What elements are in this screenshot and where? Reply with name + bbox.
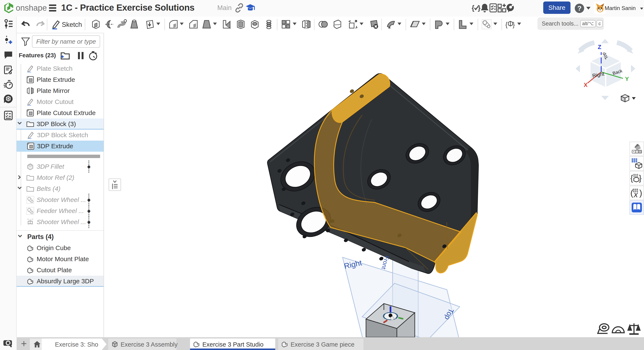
feature-row-folder[interactable]: Motor Ref (2) <box>16 172 104 183</box>
user-name[interactable]: Martin Sanin <box>604 5 636 12</box>
flange-icon[interactable] <box>458 19 468 30</box>
feature-row[interactable]: Shooter Wheel ... ┊●┊ <box>16 194 104 205</box>
rollback-clock-icon[interactable] <box>88 51 98 60</box>
belt-caret-icon[interactable] <box>494 22 497 25</box>
hole-icon[interactable] <box>250 19 260 30</box>
scale-icon[interactable] <box>628 323 640 334</box>
thicken-icon[interactable] <box>144 19 155 30</box>
extrude-icon[interactable] <box>91 19 101 30</box>
transform-caret-icon[interactable] <box>360 22 364 25</box>
add-folder-icon[interactable] <box>60 51 70 60</box>
loft-icon[interactable] <box>129 19 139 30</box>
feature-row[interactable]: 3DP Fillet ┊●┊ <box>16 161 104 172</box>
sheet-metal-caret-icon[interactable] <box>446 22 450 25</box>
named-views-button[interactable]: {} <box>630 171 644 185</box>
user-menu-caret-icon[interactable] <box>640 8 643 10</box>
modify-fillet-caret-icon[interactable] <box>398 22 401 25</box>
boolean-icon[interactable] <box>318 19 328 30</box>
undo-icon[interactable] <box>21 19 31 30</box>
sketch-button-label[interactable]: Sketch <box>62 21 82 28</box>
config-table-button[interactable] <box>630 156 644 171</box>
view-mode-button[interactable] <box>621 94 636 102</box>
sheet-metal-icon[interactable] <box>434 19 444 30</box>
rib-icon[interactable] <box>222 19 232 30</box>
add-tab-button[interactable]: + <box>19 338 29 349</box>
performance-icon[interactable] <box>4 80 13 89</box>
kebab-menu-icon[interactable]: ┊●┊ <box>87 162 90 171</box>
feature-row-folder[interactable]: Belts (4) <box>16 183 104 194</box>
help-resources-icon[interactable] <box>4 94 13 104</box>
tape-measure-icon[interactable] <box>598 324 609 334</box>
chevron-down-icon[interactable] <box>18 233 22 237</box>
document-notes-icon[interactable] <box>4 65 13 74</box>
feature-list-popout-button[interactable] <box>109 178 121 191</box>
pattern-caret-icon[interactable] <box>293 22 296 25</box>
kebab-menu-icon[interactable]: ┊●┊ <box>87 196 90 204</box>
feature-row[interactable]: Shooter Wheel ... ┊●┊ <box>16 216 104 228</box>
view-cube[interactable]: Z Y X Right Back Top <box>576 39 635 100</box>
pattern-grid-icon[interactable] <box>281 19 291 30</box>
feature-row[interactable]: Plate Extrude <box>16 74 104 85</box>
thicken-caret-icon[interactable] <box>156 22 160 25</box>
kebab-menu-icon[interactable]: ┊●┊ <box>87 218 90 226</box>
kebab-menu-icon[interactable]: ┊●┊ <box>87 207 90 215</box>
draft-caret-icon[interactable] <box>213 22 217 25</box>
versions-icon[interactable] <box>4 19 13 28</box>
redo-icon[interactable] <box>35 19 45 30</box>
split-icon[interactable] <box>332 19 342 30</box>
revolve-icon[interactable] <box>104 19 114 30</box>
tab-exercise-3-sho[interactable]: Exercise 3: Sho <box>42 338 106 350</box>
part-row-highlighted[interactable]: Absurdly Large 3DP <box>16 276 104 287</box>
feature-row[interactable]: Plate Sketch <box>16 63 104 74</box>
fillet-caret-icon[interactable] <box>180 22 184 25</box>
tab-search-icon[interactable] <box>3 339 13 348</box>
comments-icon[interactable] <box>4 50 13 60</box>
search-tools[interactable]: Search tools... alt/⌥ c <box>538 18 604 30</box>
chamfer-icon[interactable] <box>188 19 198 30</box>
tab-exercise-3-game-piece[interactable]: Exercise 3 Game piece <box>278 338 364 350</box>
feature-row-selected[interactable]: 3DP Extrude <box>16 140 104 152</box>
brand-wordmark[interactable]: onshape <box>16 4 47 12</box>
ai-assistant-icon[interactable] <box>505 3 515 13</box>
custom-feature-icon[interactable]: {} <box>505 19 516 30</box>
flange-caret-icon[interactable] <box>470 22 473 25</box>
custom-feature-caret-icon[interactable] <box>517 22 521 25</box>
document-title[interactable]: 1C - Practice Exercise Solutions <box>61 2 194 13</box>
shell-icon[interactable] <box>236 19 246 30</box>
checklist-icon[interactable] <box>4 111 13 120</box>
part-row[interactable]: Motor Mount Plate <box>16 254 104 264</box>
feature-row[interactable]: Motor Cutout <box>16 96 104 107</box>
tab-exercise-3-assembly[interactable]: Exercise 3 Assembly <box>108 338 176 350</box>
help-caret-icon[interactable] <box>586 7 590 10</box>
parts-section-header[interactable]: Parts (4) <box>16 231 104 242</box>
part-row[interactable]: Origin Cube <box>16 242 104 254</box>
help-button[interactable]: ? <box>575 4 584 13</box>
link-icon[interactable] <box>234 3 244 13</box>
part-row[interactable]: Cutout Plate <box>16 264 104 276</box>
menu-icon[interactable] <box>49 4 56 12</box>
filter-icon[interactable] <box>21 38 30 46</box>
onshape-logo[interactable] <box>4 2 14 14</box>
rollback-bar[interactable] <box>27 155 100 158</box>
belt-icon[interactable] <box>482 19 492 30</box>
feature-row[interactable]: Plate Mirror <box>16 85 104 96</box>
chevron-down-icon[interactable] <box>18 185 22 189</box>
chevron-down-icon[interactable] <box>18 120 22 124</box>
feature-row[interactable]: Plate Cutout Extrude <box>16 107 104 118</box>
learning-center-icon[interactable] <box>246 3 255 13</box>
feature-row[interactable]: 3DP Block Sketch <box>16 130 104 140</box>
variables-button[interactable]: (x) <box>630 186 644 200</box>
linear-pattern-icon[interactable] <box>264 19 274 30</box>
feature-row-folder[interactable]: 3DP Block (3) <box>16 118 104 130</box>
sketch-icon[interactable] <box>51 19 61 30</box>
workspace-name[interactable]: Main <box>217 4 232 12</box>
modify-fillet-icon[interactable] <box>386 19 396 30</box>
tab-exercise-3-part-studio[interactable]: Exercise 3 Part Studio <box>190 338 275 350</box>
suppress-pause-icon[interactable] <box>76 51 86 60</box>
insert-version-icon[interactable] <box>4 35 13 45</box>
plane-caret-icon[interactable] <box>422 22 426 25</box>
draft-icon[interactable] <box>202 19 212 30</box>
share-button[interactable]: Share <box>543 2 570 14</box>
mirror-icon[interactable] <box>301 19 312 30</box>
feature-row[interactable]: Feeder Wheel ... ┊●┊ <box>16 205 104 216</box>
